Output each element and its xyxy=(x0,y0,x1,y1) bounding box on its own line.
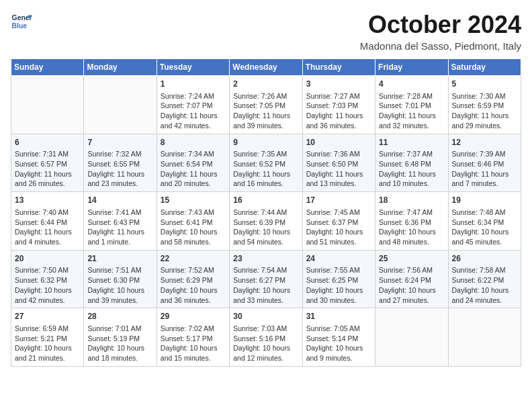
day-number: 30 xyxy=(233,311,298,322)
cell-info: Sunrise: 7:31 AMSunset: 6:57 PMDaylight:… xyxy=(15,149,80,189)
day-number: 12 xyxy=(452,137,517,148)
calendar-cell: 8Sunrise: 7:34 AMSunset: 6:54 PMDaylight… xyxy=(157,134,229,192)
day-number: 10 xyxy=(306,137,371,148)
calendar-cell: 10Sunrise: 7:36 AMSunset: 6:50 PMDayligh… xyxy=(302,134,375,192)
calendar-cell: 9Sunrise: 7:35 AMSunset: 6:52 PMDaylight… xyxy=(230,134,302,192)
cell-info: Sunrise: 7:36 AMSunset: 6:50 PMDaylight:… xyxy=(306,149,371,189)
title-block: October 2024 Madonna del Sasso, Piedmont… xyxy=(360,11,521,52)
calendar-cell: 21Sunrise: 7:51 AMSunset: 6:30 PMDayligh… xyxy=(84,250,157,308)
cell-info: Sunrise: 7:34 AMSunset: 6:54 PMDaylight:… xyxy=(161,149,226,189)
day-number: 14 xyxy=(87,195,152,206)
day-number: 28 xyxy=(87,311,152,322)
calendar-cell: 22Sunrise: 7:52 AMSunset: 6:29 PMDayligh… xyxy=(157,250,229,308)
day-number: 1 xyxy=(161,79,226,90)
weekday-header: Monday xyxy=(84,59,157,76)
calendar-cell: 12Sunrise: 7:39 AMSunset: 6:46 PMDayligh… xyxy=(448,134,521,192)
calendar-cell: 4Sunrise: 7:28 AMSunset: 7:01 PMDaylight… xyxy=(375,76,448,134)
cell-info: Sunrise: 7:55 AMSunset: 6:25 PMDaylight:… xyxy=(306,265,371,305)
cell-info: Sunrise: 7:37 AMSunset: 6:48 PMDaylight:… xyxy=(379,149,444,189)
calendar-cell: 3Sunrise: 7:27 AMSunset: 7:03 PMDaylight… xyxy=(302,76,375,134)
calendar-cell: 23Sunrise: 7:54 AMSunset: 6:27 PMDayligh… xyxy=(230,250,302,308)
cell-info: Sunrise: 7:47 AMSunset: 6:36 PMDaylight:… xyxy=(379,208,444,247)
calendar-week-row: 1Sunrise: 7:24 AMSunset: 7:07 PMDaylight… xyxy=(11,76,521,134)
calendar-cell: 2Sunrise: 7:26 AMSunset: 7:05 PMDaylight… xyxy=(230,76,302,134)
calendar-cell: 30Sunrise: 7:03 AMSunset: 5:16 PMDayligh… xyxy=(230,308,302,367)
calendar-cell: 14Sunrise: 7:41 AMSunset: 6:43 PMDayligh… xyxy=(84,192,157,250)
calendar-cell xyxy=(448,308,521,367)
calendar-cell: 29Sunrise: 7:02 AMSunset: 5:17 PMDayligh… xyxy=(157,308,229,367)
weekday-header: Sunday xyxy=(11,59,84,76)
weekday-header: Saturday xyxy=(448,59,521,76)
day-number: 21 xyxy=(87,253,152,265)
cell-info: Sunrise: 7:27 AMSunset: 7:03 PMDaylight:… xyxy=(306,91,371,131)
cell-info: Sunrise: 7:24 AMSunset: 7:07 PMDaylight:… xyxy=(161,91,226,131)
calendar-cell: 16Sunrise: 7:44 AMSunset: 6:39 PMDayligh… xyxy=(230,192,302,250)
cell-info: Sunrise: 7:39 AMSunset: 6:46 PMDaylight:… xyxy=(452,149,517,189)
calendar-week-row: 13Sunrise: 7:40 AMSunset: 6:44 PMDayligh… xyxy=(11,192,521,250)
calendar-cell: 11Sunrise: 7:37 AMSunset: 6:48 PMDayligh… xyxy=(375,134,448,192)
svg-text:Blue: Blue xyxy=(12,22,28,30)
cell-info: Sunrise: 7:56 AMSunset: 6:24 PMDaylight:… xyxy=(379,265,444,305)
day-number: 24 xyxy=(306,253,371,265)
day-number: 20 xyxy=(15,253,80,265)
cell-info: Sunrise: 7:44 AMSunset: 6:39 PMDaylight:… xyxy=(233,208,298,247)
page-header: General Blue October 2024 Madonna del Sa… xyxy=(11,11,521,52)
cell-info: Sunrise: 7:51 AMSunset: 6:30 PMDaylight:… xyxy=(87,265,152,305)
day-number: 15 xyxy=(161,195,226,206)
cell-info: Sunrise: 7:35 AMSunset: 6:52 PMDaylight:… xyxy=(233,149,298,189)
weekday-header: Wednesday xyxy=(230,59,302,76)
calendar-cell: 27Sunrise: 6:59 AMSunset: 5:21 PMDayligh… xyxy=(11,308,84,367)
month-title: October 2024 xyxy=(360,11,521,39)
day-number: 13 xyxy=(15,195,80,206)
cell-info: Sunrise: 7:58 AMSunset: 6:22 PMDaylight:… xyxy=(452,265,517,305)
cell-info: Sunrise: 7:40 AMSunset: 6:44 PMDaylight:… xyxy=(15,208,80,247)
calendar-week-row: 6Sunrise: 7:31 AMSunset: 6:57 PMDaylight… xyxy=(11,134,521,192)
calendar-cell: 19Sunrise: 7:48 AMSunset: 6:34 PMDayligh… xyxy=(448,192,521,250)
day-number: 5 xyxy=(452,79,517,90)
logo-icon: General Blue xyxy=(11,11,32,32)
calendar-week-row: 20Sunrise: 7:50 AMSunset: 6:32 PMDayligh… xyxy=(11,250,521,308)
cell-info: Sunrise: 7:52 AMSunset: 6:29 PMDaylight:… xyxy=(161,265,226,305)
cell-info: Sunrise: 7:02 AMSunset: 5:17 PMDaylight:… xyxy=(161,324,226,363)
cell-info: Sunrise: 7:26 AMSunset: 7:05 PMDaylight:… xyxy=(233,91,298,131)
calendar-cell xyxy=(84,76,157,134)
cell-info: Sunrise: 7:43 AMSunset: 6:41 PMDaylight:… xyxy=(161,208,226,247)
day-number: 22 xyxy=(161,253,226,265)
weekday-header: Thursday xyxy=(302,59,375,76)
cell-info: Sunrise: 7:28 AMSunset: 7:01 PMDaylight:… xyxy=(379,91,444,131)
cell-info: Sunrise: 7:45 AMSunset: 6:37 PMDaylight:… xyxy=(306,208,371,247)
day-number: 8 xyxy=(161,137,226,148)
calendar-cell: 28Sunrise: 7:01 AMSunset: 5:19 PMDayligh… xyxy=(84,308,157,367)
calendar-cell: 1Sunrise: 7:24 AMSunset: 7:07 PMDaylight… xyxy=(157,76,229,134)
location: Madonna del Sasso, Piedmont, Italy xyxy=(360,40,521,52)
calendar-cell: 18Sunrise: 7:47 AMSunset: 6:36 PMDayligh… xyxy=(375,192,448,250)
day-number: 11 xyxy=(379,137,444,148)
day-number: 31 xyxy=(306,311,371,322)
weekday-header: Tuesday xyxy=(157,59,229,76)
calendar-cell: 26Sunrise: 7:58 AMSunset: 6:22 PMDayligh… xyxy=(448,250,521,308)
cell-info: Sunrise: 7:48 AMSunset: 6:34 PMDaylight:… xyxy=(452,208,517,247)
calendar-week-row: 27Sunrise: 6:59 AMSunset: 5:21 PMDayligh… xyxy=(11,308,521,367)
day-number: 16 xyxy=(233,195,298,206)
calendar-cell: 7Sunrise: 7:32 AMSunset: 6:55 PMDaylight… xyxy=(84,134,157,192)
calendar-cell: 31Sunrise: 7:05 AMSunset: 5:14 PMDayligh… xyxy=(302,308,375,367)
logo: General Blue xyxy=(11,11,32,32)
calendar-cell: 17Sunrise: 7:45 AMSunset: 6:37 PMDayligh… xyxy=(302,192,375,250)
calendar-cell: 25Sunrise: 7:56 AMSunset: 6:24 PMDayligh… xyxy=(375,250,448,308)
day-number: 9 xyxy=(233,137,298,148)
day-number: 7 xyxy=(87,137,152,148)
day-number: 26 xyxy=(452,253,517,265)
cell-info: Sunrise: 7:54 AMSunset: 6:27 PMDaylight:… xyxy=(233,265,298,305)
day-number: 29 xyxy=(161,311,226,322)
day-number: 23 xyxy=(233,253,298,265)
day-number: 17 xyxy=(306,195,371,206)
cell-info: Sunrise: 7:05 AMSunset: 5:14 PMDaylight:… xyxy=(306,324,371,363)
day-number: 2 xyxy=(233,79,298,90)
day-number: 3 xyxy=(306,79,371,90)
calendar-header-row: SundayMondayTuesdayWednesdayThursdayFrid… xyxy=(11,59,521,76)
calendar-cell xyxy=(375,308,448,367)
weekday-header: Friday xyxy=(375,59,448,76)
calendar-cell: 6Sunrise: 7:31 AMSunset: 6:57 PMDaylight… xyxy=(11,134,84,192)
calendar-cell: 20Sunrise: 7:50 AMSunset: 6:32 PMDayligh… xyxy=(11,250,84,308)
cell-info: Sunrise: 7:01 AMSunset: 5:19 PMDaylight:… xyxy=(87,324,152,363)
